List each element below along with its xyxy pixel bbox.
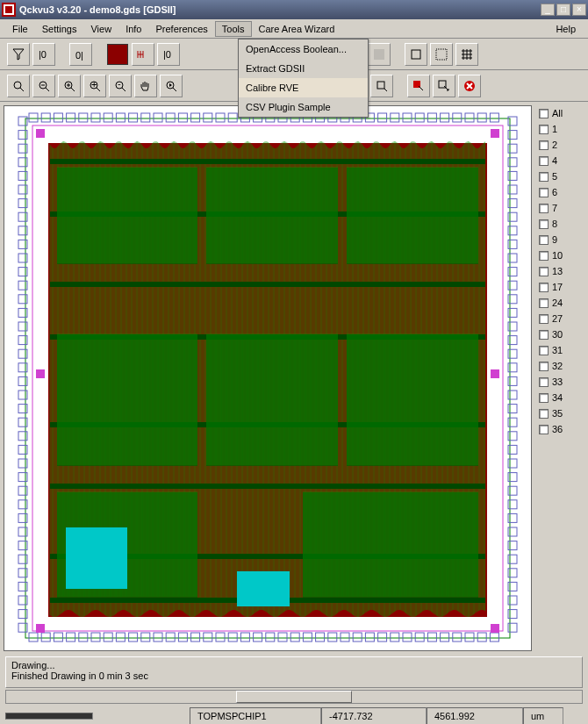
- layer-label: 31: [552, 345, 563, 355]
- menu-tools[interactable]: Tools: [215, 21, 252, 37]
- checkbox-icon[interactable]: [539, 109, 549, 118]
- zoom-fit-button[interactable]: [7, 75, 30, 97]
- menu-file[interactable]: File: [5, 21, 35, 37]
- checkbox-icon[interactable]: [539, 298, 549, 308]
- layer-row[interactable]: 4: [537, 153, 586, 168]
- layer-row[interactable]: 5: [537, 168, 586, 184]
- scroll-thumb[interactable]: [236, 691, 351, 703]
- status-bar: Drawing... Finished Drawing in 0 min 3 s…: [5, 656, 583, 688]
- color-swatch-button[interactable]: [106, 43, 129, 66]
- layer-row[interactable]: 2: [537, 137, 586, 153]
- zoom-minus-button[interactable]: -: [109, 75, 132, 97]
- layer-row[interactable]: 36: [537, 421, 586, 437]
- svg-text:|0: |0: [163, 49, 171, 60]
- minimize-button[interactable]: _: [541, 4, 555, 16]
- checkbox-icon[interactable]: [539, 251, 549, 261]
- window-title: Qckvu3 v3.20 - demo8.gds [GDSII]: [19, 4, 541, 15]
- layer-row[interactable]: 31: [537, 342, 586, 358]
- pattern-grid-button[interactable]: [455, 43, 478, 66]
- checkbox-icon[interactable]: [539, 409, 549, 419]
- checkbox-icon[interactable]: [539, 393, 549, 403]
- svg-rect-1118: [36, 129, 45, 138]
- menu-help[interactable]: Help: [549, 21, 583, 37]
- checkbox-icon[interactable]: [539, 377, 549, 387]
- close-red-button[interactable]: [458, 75, 481, 97]
- layer-row[interactable]: 7: [537, 200, 586, 216]
- checkbox-icon[interactable]: [539, 346, 549, 355]
- footer-cell-name: TOPMSPCHIP1: [190, 707, 321, 724]
- magnifier-plus2-icon: +: [88, 79, 102, 93]
- filter-button[interactable]: [7, 43, 30, 66]
- pattern-button[interactable]: [368, 43, 391, 66]
- magnifier-minus-icon: [37, 79, 51, 93]
- svg-rect-6: [412, 50, 420, 59]
- layer-row[interactable]: 1: [537, 121, 586, 137]
- zoom-in-button[interactable]: [58, 75, 81, 97]
- zoom-out-button[interactable]: [32, 75, 55, 97]
- dropdown-calibre-rve[interactable]: Calibre RVE: [239, 78, 368, 97]
- status-line-1: Drawing...: [11, 660, 577, 670]
- menu-settings[interactable]: Settings: [35, 21, 84, 37]
- app-icon: [2, 3, 16, 17]
- checkbox-icon[interactable]: [539, 125, 549, 134]
- svg-rect-768: [57, 334, 197, 466]
- layer-row[interactable]: 34: [537, 390, 586, 405]
- layer-row[interactable]: 17: [537, 279, 586, 295]
- zero-large-button[interactable]: 0|: [69, 43, 92, 66]
- menu-info[interactable]: Info: [118, 21, 148, 37]
- pipe-zero-icon: |0: [161, 47, 176, 61]
- pattern-grid-icon: [460, 47, 474, 61]
- layer-row[interactable]: 8: [537, 216, 586, 232]
- rect-outline-button[interactable]: [405, 43, 427, 66]
- pipe-zero-button[interactable]: |0: [157, 43, 180, 66]
- checkbox-icon[interactable]: [539, 219, 549, 229]
- pan-button[interactable]: [134, 75, 157, 97]
- layer-row[interactable]: 30: [537, 326, 586, 342]
- footer-bar: TOPMSPCHIP1 -4717.732 4561.992 um: [0, 706, 588, 724]
- checkbox-icon[interactable]: [539, 188, 549, 197]
- maximize-button[interactable]: □: [556, 4, 570, 16]
- layer-row[interactable]: 35: [537, 405, 586, 421]
- pattern-dense-button[interactable]: [430, 43, 453, 66]
- layer-row[interactable]: 24: [537, 295, 586, 311]
- layer-row[interactable]: 33: [537, 374, 586, 390]
- checkbox-icon[interactable]: [539, 140, 549, 150]
- dropdown-extract-gdsii[interactable]: Extract GDSII: [239, 59, 368, 78]
- scrollbar-horizontal[interactable]: [5, 690, 583, 704]
- checkbox-icon[interactable]: [539, 330, 549, 340]
- layer-row[interactable]: 32: [537, 358, 586, 374]
- layer-label: 34: [552, 392, 563, 403]
- checkbox-icon[interactable]: [539, 425, 549, 434]
- menubar: File Settings View Info Preferences Tool…: [0, 19, 588, 39]
- layer-row[interactable]: 6: [537, 184, 586, 200]
- menu-care-area-wizard[interactable]: Care Area Wizard: [252, 21, 342, 37]
- zoom-prev-button[interactable]: [160, 75, 183, 97]
- checkbox-icon[interactable]: [539, 314, 549, 324]
- menu-preferences[interactable]: Preferences: [149, 21, 215, 37]
- close-button[interactable]: ×: [572, 4, 586, 16]
- crop-button[interactable]: [370, 75, 393, 97]
- checkbox-icon[interactable]: [539, 235, 549, 245]
- checkbox-icon[interactable]: [539, 267, 549, 276]
- dropdown-csv-plugin[interactable]: CSV Plugin Sample: [239, 97, 368, 117]
- checkbox-icon[interactable]: [539, 283, 549, 292]
- layer-all-row[interactable]: All: [537, 105, 586, 121]
- footer-progress: [5, 713, 93, 720]
- menu-view[interactable]: View: [83, 21, 118, 37]
- select-red-button[interactable]: [407, 75, 430, 97]
- layout-canvas[interactable]: [4, 105, 532, 651]
- checkbox-icon[interactable]: [539, 362, 549, 371]
- layer-row[interactable]: 9: [537, 232, 586, 247]
- ruler-button[interactable]: [132, 43, 154, 66]
- layer-row[interactable]: 13: [537, 263, 586, 279]
- layer-row[interactable]: 27: [537, 311, 586, 326]
- zoom-plus-button[interactable]: +: [83, 75, 106, 97]
- svg-rect-1125: [237, 571, 290, 606]
- select-arrow-button[interactable]: [433, 75, 455, 97]
- layer-row[interactable]: 10: [537, 247, 586, 263]
- zero-small-button[interactable]: |0: [32, 43, 55, 66]
- checkbox-icon[interactable]: [539, 204, 549, 213]
- dropdown-openaccess[interactable]: OpenAccess Boolean...: [239, 39, 368, 59]
- checkbox-icon[interactable]: [539, 172, 549, 182]
- checkbox-icon[interactable]: [539, 156, 549, 166]
